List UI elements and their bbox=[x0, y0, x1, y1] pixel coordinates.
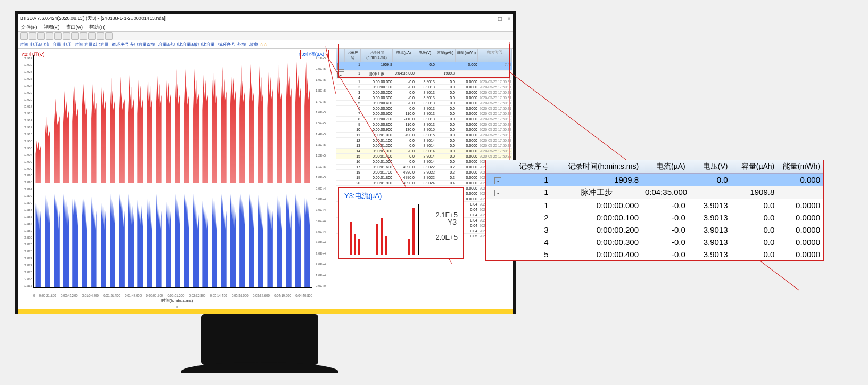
zoom-step-row[interactable]: - 1 脉冲工步 0:04:35.000 1909.8 bbox=[486, 186, 823, 199]
y2-ticks: 3.9323.9303.9283.9263.9243.9223.9203.918… bbox=[18, 56, 32, 288]
toolbar-button[interactable] bbox=[29, 32, 36, 40]
menu-view[interactable]: 视图(V) bbox=[44, 24, 60, 31]
x-axis-label: 时间(h:min:s.ms) bbox=[18, 298, 336, 304]
chart-tabs: 时间-电压&电流 容量-电压 时间-容量&比容量 循环序号-充电容量&放电容量&… bbox=[18, 40, 513, 49]
tab-time-vi[interactable]: 时间-电压&电流 bbox=[18, 42, 51, 47]
star-icon[interactable]: ☆ bbox=[263, 42, 267, 47]
toolbar-button[interactable] bbox=[46, 32, 53, 40]
table-row[interactable]: 140:00:01.300-0.03.90140.00.00002020-05-… bbox=[336, 149, 512, 154]
zoom-table-row[interactable]: 30:00:00.200-0.03.90130.00.0000 bbox=[486, 224, 823, 236]
y3-axis-line bbox=[312, 55, 312, 288]
toolbar-button[interactable] bbox=[105, 32, 113, 40]
menu-bar: 文件(F) 视图(V) 窗口(W) 帮助(H) bbox=[18, 23, 513, 32]
title-bar: BTSDA 7.6.0.424(2020.08.13) (天3) - [2401… bbox=[18, 14, 513, 23]
toolbar-button[interactable] bbox=[80, 32, 87, 40]
toolbar-button[interactable] bbox=[37, 32, 45, 40]
mini-y3-axis: Y3 bbox=[448, 218, 457, 226]
zcol-record-no: 记录序号 bbox=[510, 160, 552, 173]
mini-y3-ticks: 2.1E+5 2.0E+5 bbox=[435, 204, 458, 249]
x-sub-label: X bbox=[18, 305, 336, 309]
plot-area bbox=[34, 55, 312, 287]
y3-ticks: 2.1E+52.0E+51.9E+51.8E+51.7E+51.6E+51.5E… bbox=[313, 56, 336, 288]
table-row[interactable]: 40:00:00.300-0.03.90130.00.00002020-05-2… bbox=[336, 95, 512, 101]
close-icon[interactable]: × bbox=[507, 15, 511, 22]
zoom-table-row[interactable]: 50:00:00.400-0.03.90130.00.0000 bbox=[486, 248, 823, 260]
table-row[interactable]: 150:00:01.400-0.03.90140.00.00002020-05-… bbox=[336, 154, 512, 159]
summary-row[interactable]: - 1 1909.8 0.0 0.000 7.49 bbox=[336, 62, 512, 71]
col-current: 电流(µA) bbox=[393, 49, 415, 62]
collapse-icon[interactable]: - bbox=[494, 190, 501, 196]
collapse-icon[interactable]: - bbox=[494, 177, 501, 184]
status-bar bbox=[18, 309, 513, 314]
table-row[interactable]: 50:00:00.400-0.03.90130.00.00002020-05-2… bbox=[336, 101, 512, 106]
tab-cycle-eff[interactable]: 循环序号-充放电效率 bbox=[217, 42, 260, 47]
table-row[interactable]: 80:00:00.700-110.03.90130.00.00002020-05… bbox=[336, 117, 512, 122]
zoom-table-row[interactable]: 10:00:00.000-0.03.90130.00.0000 bbox=[486, 199, 823, 211]
chart-panel[interactable]: Y2:电压(V) Y3:电流(µA) 3.9323.9303.9283.9263… bbox=[18, 49, 336, 309]
window-title: BTSDA 7.6.0.424(2020.08.13) (天3) - [2401… bbox=[20, 15, 166, 22]
menu-file[interactable]: 文件(F) bbox=[21, 24, 37, 31]
col-record-time: 记录时间(h:min:s.ms) bbox=[361, 49, 393, 62]
current-trace bbox=[34, 183, 312, 287]
col-energy: 能量(mWh) bbox=[456, 49, 478, 62]
toolbar-button[interactable] bbox=[63, 32, 70, 40]
zoom-table-row[interactable]: 40:00:00.300-0.03.90130.00.0000 bbox=[486, 236, 823, 248]
collapse-icon[interactable]: - bbox=[337, 63, 344, 70]
callout-connector bbox=[510, 42, 510, 167]
col-capacity: 容量(µAh) bbox=[435, 49, 456, 62]
menu-window[interactable]: 窗口(W) bbox=[66, 24, 84, 31]
tab-cap-v[interactable]: 容量-电压 bbox=[51, 42, 73, 47]
table-row[interactable]: 60:00:00.500-0.03.90130.00.00002020-05-2… bbox=[336, 106, 512, 111]
app-window: BTSDA 7.6.0.424(2020.08.13) (天3) - [2401… bbox=[15, 11, 516, 314]
monitor-stand bbox=[201, 314, 318, 365]
toolbar-button[interactable] bbox=[71, 32, 79, 40]
toolbar-button[interactable] bbox=[20, 32, 28, 40]
table-row[interactable]: 130:00:01.200-0.03.90140.00.00002020-05-… bbox=[336, 143, 512, 149]
table-row[interactable]: 30:00:00.200-0.03.90130.00.00002020-05-2… bbox=[336, 90, 512, 95]
zoom-summary-row[interactable]: - 1 1909.8 0.0 0.000 bbox=[486, 174, 823, 186]
zcol-record-time: 记录时间(h:min:s.ms) bbox=[552, 160, 642, 173]
zoom-table-header: 记录序号 记录时间(h:min:s.ms) 电流(µA) 电压(V) 容量(µA… bbox=[486, 160, 823, 174]
menu-help[interactable]: 帮助(H) bbox=[89, 24, 106, 31]
star-icon[interactable]: ☆ bbox=[260, 42, 263, 47]
toolbar-button[interactable] bbox=[88, 32, 96, 40]
tab-cycle-cap[interactable]: 循环序号-充电容量&放电容量&充电比容量&放电比容量 bbox=[110, 42, 217, 47]
table-row[interactable]: 90:00:00.800-110.03.90130.00.00002020-05… bbox=[336, 122, 512, 127]
table-row[interactable]: 120:00:01.100-0.03.90140.00.00002020-05-… bbox=[336, 138, 512, 143]
toolbar-button[interactable] bbox=[97, 32, 104, 40]
mini-plot bbox=[344, 204, 419, 255]
zcol-capacity: 容量(µAh) bbox=[731, 160, 778, 173]
minimize-icon[interactable]: — bbox=[486, 15, 493, 22]
toolbar bbox=[18, 32, 513, 40]
zcol-voltage: 电压(V) bbox=[689, 160, 731, 173]
table-row[interactable]: 110:00:01.000490.03.90150.00.00002020-05… bbox=[336, 133, 512, 138]
zcol-energy: 能量(mWh) bbox=[778, 160, 823, 173]
zoom-chart-callout: Y3:电流(µA) 2.1E+5 2.0E+5 Y3 bbox=[338, 187, 464, 259]
zoom-table-row[interactable]: 20:00:00.100-0.03.90130.00.0000 bbox=[486, 211, 823, 224]
voltage-trace bbox=[34, 55, 312, 183]
table-header: 记录序号 记录时间(h:min:s.ms) 电流(µA) 电压(V) 容量(µA… bbox=[336, 49, 512, 62]
zoom-table-callout: 记录序号 记录时间(h:min:s.ms) 电流(µA) 电压(V) 容量(µA… bbox=[485, 160, 824, 261]
table-row[interactable]: 100:00:00.900130.03.90150.00.00002020-05… bbox=[336, 127, 512, 133]
col-timestamp: 绝对时间 bbox=[478, 49, 512, 62]
col-voltage: 电压(V) bbox=[415, 49, 435, 62]
maximize-icon[interactable]: □ bbox=[498, 15, 502, 22]
tab-time-cap[interactable]: 时间-容量&比容量 bbox=[73, 42, 110, 47]
col-record-no: 记录序号 bbox=[345, 49, 361, 62]
y3-mini-label: Y3:电流(µA) bbox=[344, 191, 382, 201]
x-ticks: 00:00:21.6000:00:43.2000:01:04.8000:01:2… bbox=[33, 294, 312, 297]
toolbar-button[interactable] bbox=[54, 32, 62, 40]
x-axis-line bbox=[33, 287, 312, 288]
step-row[interactable]: - 1 脉冲工步 0:04:35.000 1909.8 bbox=[336, 71, 512, 79]
table-row[interactable]: 10:00:00.000-0.03.90130.00.00002020-05-2… bbox=[336, 79, 512, 85]
table-row[interactable]: 20:00:00.100-0.03.90130.00.00002020-05-2… bbox=[336, 85, 512, 90]
zcol-current: 电流(µA) bbox=[642, 160, 689, 173]
